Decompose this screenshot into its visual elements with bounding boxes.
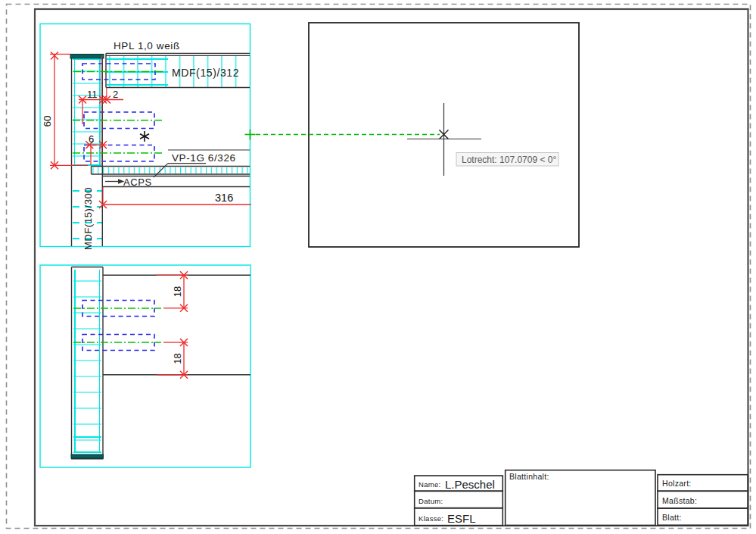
massstab-label: Maßstab: xyxy=(662,496,697,505)
dim-2-text: 2 xyxy=(113,89,118,100)
asterisk-marker xyxy=(140,131,149,142)
edge-cap-top xyxy=(70,55,104,59)
cursor-tooltip-text: Lotrecht: 107.0709 < 0° xyxy=(462,155,556,165)
hatch-bottom-viewport xyxy=(73,269,101,453)
mdf300-label: MDF(15)/300 xyxy=(82,187,94,250)
name-value: L.Peschel xyxy=(445,478,495,491)
dim-316-text: 316 xyxy=(215,192,233,204)
dim-60-text: 60 xyxy=(42,115,53,126)
dim-18-top-text: 18 xyxy=(172,286,183,297)
edge-cap-bottom xyxy=(71,454,104,458)
dim-11-text: 11 xyxy=(87,89,98,100)
klasse-label: Klasse: xyxy=(418,514,443,523)
name-label: Name: xyxy=(418,480,440,489)
blattinhalt-label: Blattinhalt: xyxy=(509,472,549,481)
drawing-canvas[interactable]: HPL 1,0 weiß MDF(15)/312 VP-1G 6/326 ACP… xyxy=(0,0,756,534)
snap-point-cross xyxy=(245,130,256,140)
klasse-value: ESFL xyxy=(447,512,476,525)
mdf312-label: MDF(15)/312 xyxy=(172,67,239,79)
hpl-label: HPL 1,0 weiß xyxy=(114,40,180,52)
acps-arrow xyxy=(105,179,125,183)
acps-label: ACPS xyxy=(123,176,152,188)
dim-18-bottom-text: 18 xyxy=(172,353,183,364)
cursor-tooltip: Lotrecht: 107.0709 < 0° xyxy=(456,153,558,167)
blatt-label: Blatt: xyxy=(662,513,682,522)
datum-label: Datum: xyxy=(418,497,443,505)
hatch-top-viewport xyxy=(73,56,250,239)
holzart-label: Holzart: xyxy=(662,479,692,488)
dim-6-text: 6 xyxy=(89,133,94,145)
vp1g-label: VP-1G 6/326 xyxy=(172,152,236,164)
